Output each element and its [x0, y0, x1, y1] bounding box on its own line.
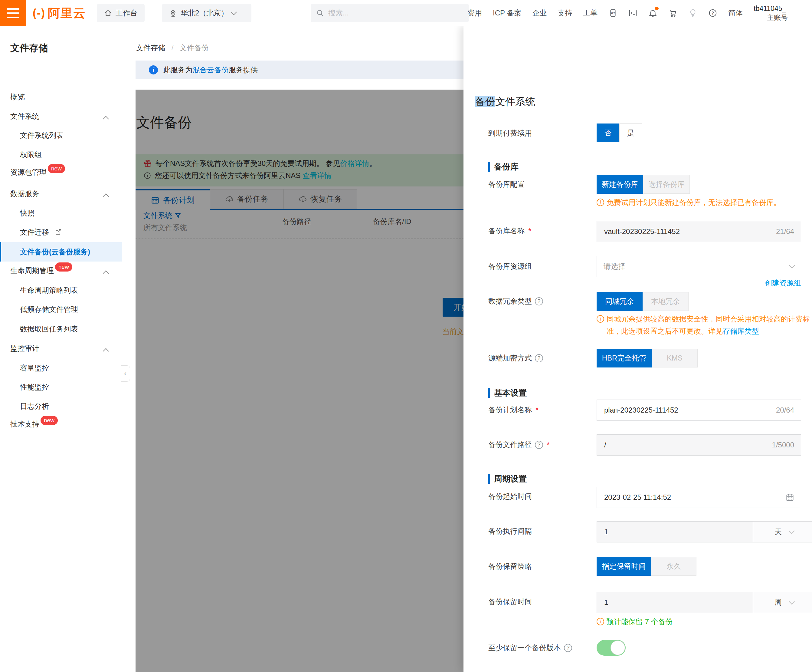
backup-path-input[interactable] [604, 440, 768, 450]
start-time-input[interactable] [604, 493, 786, 502]
select-vault-button[interactable]: 选择备份库 [643, 175, 690, 194]
help-question-icon[interactable]: ? [535, 441, 543, 449]
sidebar-group-lifecycle[interactable]: 生命周期管理new [0, 261, 121, 280]
cart-icon[interactable] [668, 9, 677, 17]
column-vault-id: 备份库名/ID [373, 217, 411, 226]
sidebar: 文件存储 概览 文件系统 文件系统列表 权限组 资源包管理new 数据服务 快照… [0, 26, 121, 672]
sidebar-item-file-migration[interactable]: 文件迁移 [0, 222, 121, 242]
sidebar-item-capacity-monitor[interactable]: 容量监控 [0, 358, 121, 378]
drawer-title: 备份文件系统 [475, 95, 535, 109]
logo-bracket-icon: (-) [33, 7, 45, 19]
resource-group-select[interactable]: 请选择 [597, 256, 801, 277]
keep-one-label: 至少保留一个备份版本? [488, 643, 572, 653]
account-menu[interactable]: tb411045_ 主账号 [754, 4, 788, 22]
info-icon-orange: i [597, 315, 604, 323]
forever-retention-button[interactable]: 永久 [651, 557, 696, 576]
pricing-link[interactable]: 价格详情 [340, 159, 369, 168]
breadcrumb-root[interactable]: 文件存储 [136, 44, 165, 52]
specified-retention-button[interactable]: 指定保留时间 [597, 557, 651, 576]
sidebar-item-log-analysis[interactable]: 日志分析 [0, 397, 121, 416]
vault-type-link[interactable]: 存储库类型 [723, 327, 759, 335]
vault-name-field[interactable]: 21/64 [597, 221, 801, 242]
create-resource-group-link[interactable]: 创建资源组 [765, 278, 801, 288]
retention-time-input[interactable] [604, 598, 746, 607]
sidebar-item-permission-group[interactable]: 权限组 [0, 145, 121, 164]
menu-support[interactable]: 支持 [558, 8, 572, 18]
svg-text:APP: APP [611, 12, 616, 15]
sidebar-item-tech-support[interactable]: 技术支持new [0, 414, 121, 434]
aliyun-logo[interactable]: (-) 阿里云 [33, 0, 86, 26]
help-question-icon[interactable]: ? [535, 297, 543, 305]
interval-unit-select[interactable]: 天 [753, 521, 812, 542]
kms-button[interactable]: KMS [652, 349, 698, 368]
create-vault-button[interactable]: 新建备份库 [597, 175, 643, 194]
sidebar-item-file-backup[interactable]: 文件备份(云备份服务) [0, 242, 122, 262]
info-circle-icon [143, 172, 151, 180]
tab-backup-plan[interactable]: 备份计划 [136, 189, 210, 210]
tab-restore-jobs[interactable]: 恢复任务 [283, 189, 357, 209]
plan-name-input[interactable] [604, 405, 773, 415]
help-icon[interactable]: ? [708, 9, 717, 17]
backup-path-field[interactable]: 1/5000 [597, 434, 801, 456]
column-backup-path: 备份路径 [282, 217, 311, 226]
chevron-down-icon [789, 528, 795, 534]
tab-backup-jobs[interactable]: 备份任务 [210, 189, 283, 209]
account-id: tb411045_ [754, 4, 788, 13]
redundancy-info: i 同城冗余提供较高的数据安全性，同时会采用相对较高的计费标准，此选项设置之后不… [597, 313, 810, 337]
renew-no-button[interactable]: 否 [597, 123, 619, 142]
topbar-divider [92, 8, 92, 18]
details-link[interactable]: 查看详情 [302, 171, 332, 180]
hbr-managed-button[interactable]: HBR完全托管 [597, 349, 652, 368]
vault-name-label: 备份库名称* [488, 226, 531, 236]
start-time-field[interactable] [597, 487, 801, 508]
breadcrumb-current: 文件备份 [180, 44, 209, 52]
sidebar-collapse-handle[interactable]: ‹ [121, 365, 130, 382]
workbench-label: 工作台 [116, 8, 137, 18]
language-toggle[interactable]: 简体 [728, 8, 743, 18]
sidebar-item-data-retrieval[interactable]: 数据取回任务列表 [0, 319, 121, 339]
interval-field[interactable] [597, 521, 753, 542]
hybrid-backup-link[interactable]: 混合云备份 [193, 66, 229, 74]
global-search[interactable] [311, 4, 469, 22]
sidebar-group-file-system[interactable]: 文件系统 [0, 106, 121, 126]
sidebar-group-data-service[interactable]: 数据服务 [0, 184, 121, 203]
sidebar-item-resource-package[interactable]: 资源包管理new [0, 162, 121, 182]
sidebar-group-monitor-audit[interactable]: 监控审计 [0, 339, 121, 358]
trial-line1: 每个NAS文件系统首次备份享受30天的免费试用期。 参见价格详情。 [155, 157, 377, 169]
sidebar-item-file-system-list[interactable]: 文件系统列表 [0, 126, 121, 145]
search-input[interactable] [328, 9, 444, 17]
menu-enterprise[interactable]: 企业 [532, 8, 547, 18]
menu-icp[interactable]: ICP 备案 [493, 8, 521, 18]
menu-ticket[interactable]: 工单 [583, 8, 597, 18]
notification-dot [655, 7, 658, 10]
help-question-icon[interactable]: ? [564, 644, 572, 652]
retention-policy-label: 备份保留策略 [488, 561, 532, 571]
retention-time-field[interactable] [597, 592, 753, 613]
sidebar-item-lifecycle-policy-list[interactable]: 生命周期策略列表 [0, 280, 121, 300]
renew-yes-button[interactable]: 是 [619, 123, 642, 142]
keep-one-switch[interactable] [597, 640, 626, 656]
retention-unit-select[interactable]: 周 [753, 592, 812, 613]
zone-redundant-button[interactable]: 同城冗余 [597, 292, 643, 311]
hamburger-menu-button[interactable] [0, 0, 26, 26]
region-selector[interactable]: 华北2（北京） [162, 4, 251, 22]
workbench-button[interactable]: 工作台 [97, 4, 145, 22]
interval-input[interactable] [604, 527, 746, 536]
backup-path-label: 备份文件路径?* [488, 440, 550, 450]
local-redundant-button[interactable]: 本地冗余 [643, 292, 689, 311]
vault-name-input[interactable] [604, 227, 773, 236]
terminal-icon[interactable] [628, 9, 638, 17]
calendar-icon[interactable] [786, 493, 794, 501]
backup-drawer: 备份文件系统 到期付费续用 否 是 备份库 备份库配置 新建备份库 选择备份库 … [464, 26, 812, 672]
menu-billing[interactable]: 费用 [467, 8, 482, 18]
plan-name-field[interactable]: 20/64 [597, 400, 801, 421]
file-system-filter[interactable]: 文件系统 [143, 211, 181, 221]
notifications-bell-icon[interactable] [648, 9, 657, 17]
sidebar-item-performance-monitor[interactable]: 性能监控 [0, 378, 121, 397]
help-question-icon[interactable]: ? [535, 354, 543, 363]
sidebar-item-overview[interactable]: 概览 [0, 87, 121, 106]
sidebar-item-snapshot[interactable]: 快照 [0, 203, 121, 223]
app-icon[interactable]: APP [608, 9, 618, 17]
sidebar-item-ia-storage[interactable]: 低频存储文件管理 [0, 300, 121, 319]
lightbulb-icon[interactable] [688, 9, 697, 17]
